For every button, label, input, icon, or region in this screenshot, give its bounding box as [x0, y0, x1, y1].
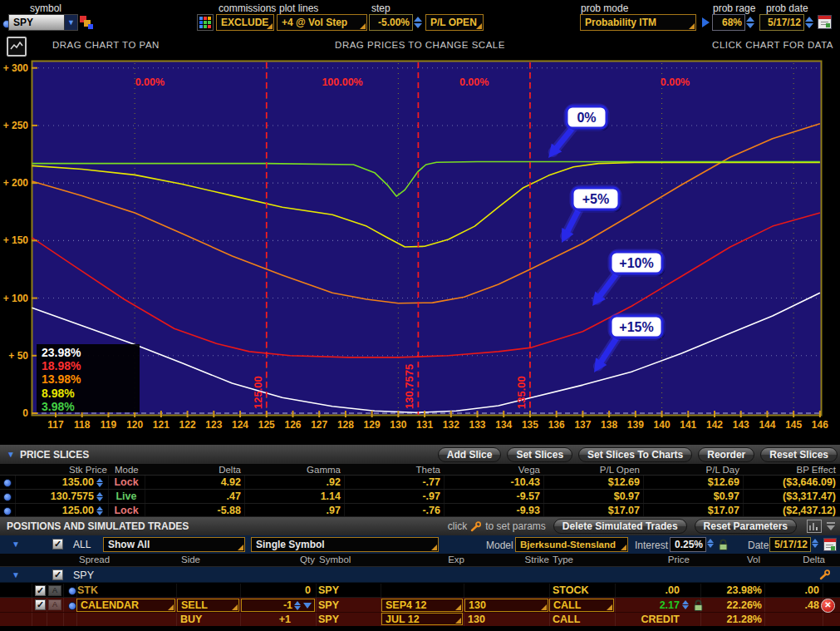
set-slices-button[interactable]: Set Slices	[507, 447, 572, 462]
qty-spinner[interactable]	[294, 601, 301, 610]
column-divider	[145, 476, 145, 489]
strike-dropdown[interactable]: 130	[464, 599, 548, 612]
slice-price[interactable]: 130.7575	[17, 491, 94, 502]
exp-dropdown[interactable]: SEP4 12	[381, 599, 463, 612]
side-dropdown[interactable]: SELL	[177, 599, 239, 612]
show-all-dropdown[interactable]: Show All	[103, 537, 245, 552]
x-tick-label: 143	[733, 419, 749, 431]
play-icon[interactable]	[702, 17, 710, 27]
group-checkbox[interactable]	[52, 569, 63, 580]
set-slices-to-charts-button[interactable]: Set Slices To Charts	[578, 447, 692, 462]
slice-mode[interactable]: Live	[108, 491, 145, 502]
slice-mode[interactable]: Lock	[108, 476, 145, 488]
model-dropdown[interactable]: Bjerksund-Stensland	[515, 537, 628, 552]
vol-legend-item: 23.98%	[42, 346, 81, 359]
calendar-icon[interactable]	[818, 15, 832, 29]
delete-simulated-trades-button[interactable]: Delete Simulated Trades	[553, 519, 687, 534]
prob-range-spinner[interactable]	[745, 14, 755, 31]
leg-price[interactable]: 2.17	[615, 599, 680, 611]
x-tick-label: 140	[654, 419, 671, 431]
color-grid-icon[interactable]	[197, 14, 214, 31]
prob-mode-dropdown[interactable]: Probability ITM	[580, 14, 696, 31]
slice-mode[interactable]: Lock	[108, 505, 145, 516]
leg-type: CALL	[553, 614, 580, 625]
row-dot	[68, 587, 76, 595]
stk-qty: 0	[249, 584, 311, 596]
step-spinner[interactable]	[413, 14, 423, 31]
position-row-sell-leg[interactable]: A CALENDAR SELL -1 SPY SEP4 12 130 CALL …	[0, 598, 840, 613]
column-divider	[316, 584, 317, 597]
position-row-stock[interactable]: A STK 0 SPY STOCK .00 23.98% .00	[0, 584, 840, 598]
qty-value: -1	[242, 599, 294, 611]
probability-label: 0.00%	[661, 76, 690, 88]
date-field[interactable]: 5/17/12	[769, 537, 811, 552]
col-stk-price: Stk Price	[17, 465, 107, 475]
plot-lines-dropdown[interactable]: +4 @ Vol Step	[277, 14, 367, 31]
price-spinner[interactable]	[682, 600, 689, 609]
prob-mode-label: prob mode	[581, 2, 628, 14]
slice-price-spinner[interactable]	[96, 492, 103, 501]
prob-date-spinner[interactable]	[804, 14, 814, 31]
slice-price-spinner[interactable]	[96, 478, 103, 487]
column-divider	[743, 476, 744, 489]
row-checkbox[interactable]	[35, 599, 46, 610]
chevron-down-icon[interactable]	[303, 603, 312, 609]
reorder-button[interactable]: Reorder	[698, 447, 754, 462]
collapse-triangle-icon[interactable]: ▼	[7, 450, 15, 459]
plot-area[interactable]	[32, 62, 822, 416]
collapse-all-icon[interactable]	[827, 522, 835, 530]
interest-spinner[interactable]	[707, 539, 714, 548]
type-dropdown[interactable]: CALL	[549, 599, 614, 612]
collapse-triangle-icon[interactable]: ▼	[12, 540, 20, 549]
column-divider	[464, 598, 464, 612]
row-checkbox[interactable]	[35, 585, 46, 596]
leg-symbol: SPY	[318, 599, 339, 611]
wrench-icon	[470, 521, 482, 532]
column-divider	[244, 490, 245, 503]
spread-dropdown[interactable]: CALENDAR	[76, 599, 175, 612]
column-divider	[381, 598, 381, 612]
column-divider	[764, 584, 765, 597]
exp-dropdown[interactable]: JUL 12	[381, 613, 463, 625]
collapse-triangle-icon[interactable]: ▼	[12, 570, 20, 579]
slice-price[interactable]: 125.00	[17, 505, 94, 516]
wrench-icon[interactable]	[819, 569, 831, 580]
add-slice-button[interactable]: Add Slice	[438, 447, 502, 462]
column-divider	[700, 613, 701, 626]
lock-icon[interactable]	[718, 538, 729, 551]
prob-range-field[interactable]: 68%	[712, 14, 745, 31]
column-divider	[549, 598, 550, 612]
pl-open-dropdown[interactable]: P/L OPEN	[425, 14, 484, 31]
prob-date-field[interactable]: 5/17/12	[759, 14, 804, 31]
interest-field[interactable]: 0.25%	[670, 537, 706, 552]
slice-delta: -5.88	[146, 505, 241, 516]
position-row-buy-leg[interactable]: BUY +1 SPY JUL 12 130 CALL CREDIT 21.28%	[0, 613, 840, 626]
layout-settings-icon[interactable]	[807, 520, 822, 533]
plot-lines-label: plot lines	[279, 2, 318, 14]
column-divider	[381, 584, 381, 597]
col-mode: Mode	[115, 465, 139, 475]
all-checkbox[interactable]	[52, 539, 63, 550]
reset-slices-button[interactable]: Reset Slices	[760, 447, 838, 462]
col-delta: Delta	[759, 555, 825, 564]
slice-price-spinner[interactable]	[96, 506, 103, 515]
commissions-dropdown[interactable]: EXCLUDE	[216, 14, 274, 31]
reset-parameters-button[interactable]: Reset Parameters	[695, 519, 797, 534]
params-hint-post: to set params	[485, 520, 546, 532]
step-field[interactable]: -5.00%	[369, 14, 413, 31]
single-symbol-dropdown[interactable]: Single Symbol	[251, 537, 439, 552]
calendar-icon[interactable]	[823, 538, 837, 551]
slice-price[interactable]: 135.00	[17, 476, 94, 488]
y-tick-label: + 100	[3, 293, 29, 304]
chevron-down-icon[interactable]: ▼	[64, 15, 77, 30]
qty-stepper[interactable]: -1	[241, 599, 315, 612]
x-tick-label: 138	[601, 419, 617, 431]
symbol-select[interactable]: SPY ▼	[8, 14, 78, 31]
params-hint-pre: click	[448, 520, 467, 532]
date-spinner[interactable]	[812, 539, 818, 548]
leg-side: BUY	[180, 614, 202, 625]
symbol-group-row[interactable]: ▼ SPY	[0, 567, 840, 583]
risk-profile-window: 125.00130.7575135.0011711811912012112212…	[0, 0, 840, 631]
link-channel-icon[interactable]	[80, 16, 93, 29]
slice-theta: -.97	[346, 491, 440, 502]
